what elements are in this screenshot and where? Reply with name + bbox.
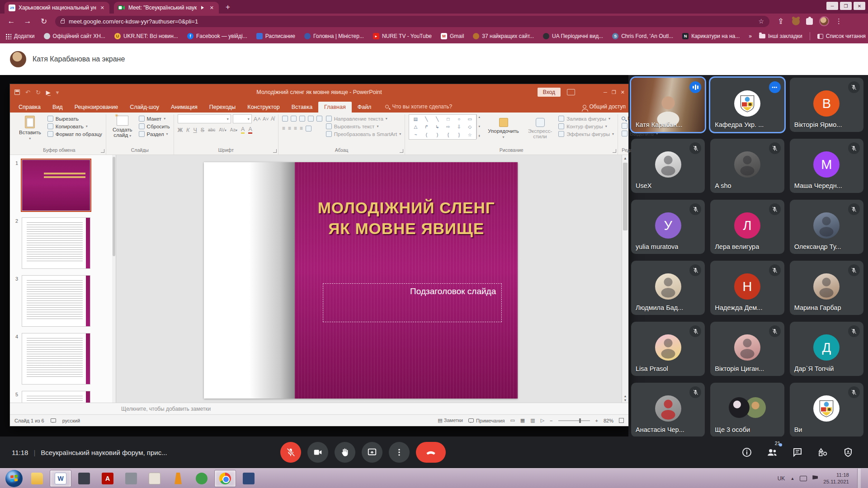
ribbon-tab-Рецензирование[interactable]: Рецензирование	[69, 102, 124, 113]
underline-button[interactable]: Ч	[193, 127, 197, 133]
window-restore-button[interactable]: ❐	[840, 2, 852, 10]
bookmark-item[interactable]: 37 найкращих сайт...	[473, 33, 534, 39]
participant-tile[interactable]: Катя Карабан...	[631, 78, 705, 132]
zoom-in-button[interactable]: +	[595, 418, 598, 423]
reset-button[interactable]: Сбросить	[139, 123, 170, 129]
slide-subtitle-placeholder[interactable]: Подзаголовок слайда	[323, 283, 502, 322]
dialog-launcher-icon[interactable]	[400, 149, 403, 153]
justify-icon[interactable]: ≡	[300, 125, 303, 131]
new-slide-button[interactable]: Создатьслайд ▾	[110, 114, 135, 139]
meeting-details-button[interactable]	[741, 446, 753, 459]
ribbon-tab-Переходы[interactable]: Переходы	[203, 102, 242, 113]
character-spacing-button[interactable]: AV▾	[219, 127, 226, 132]
slide-thumbnail-row[interactable]: 1	[13, 160, 113, 211]
window-close-button[interactable]: ✕	[854, 2, 865, 10]
slide-thumbnail-panel[interactable]: 12345	[10, 155, 116, 403]
undo-icon[interactable]: ↶	[25, 89, 30, 96]
bookmark-item[interactable]: ▸NURE TV - YouTube	[373, 33, 432, 39]
ribbon-tab-Анимация[interactable]: Анимация	[165, 102, 203, 113]
tab-close-icon[interactable]: ✕	[209, 5, 215, 11]
change-case-button[interactable]: Aa▾	[230, 127, 237, 132]
bookmark-item[interactable]: fFacebook — увійді...	[187, 33, 247, 39]
normal-view-icon[interactable]: ▭	[510, 418, 514, 423]
shape-icon[interactable]: }	[458, 132, 460, 137]
bookmark-item[interactable]: Головна | Міністер...	[304, 33, 364, 39]
extension-bear-icon[interactable]	[792, 18, 800, 25]
participant-tile[interactable]: UseX	[631, 139, 705, 193]
taskbar-app-acrobat[interactable]: A	[97, 470, 118, 487]
participant-tile[interactable]: Уyulia muratova	[631, 200, 705, 254]
dialog-launcher-icon[interactable]	[273, 149, 277, 153]
ppt-restore-button[interactable]: ❐	[612, 89, 616, 95]
fit-slide-icon[interactable]	[619, 418, 624, 423]
language-indicator[interactable]: UK	[778, 475, 785, 482]
tell-me-search[interactable]: Что вы хотите сделать?	[385, 103, 452, 113]
bookmark-item[interactable]: UUKR.NET: Всі новин...	[114, 33, 178, 39]
zoom-slider[interactable]	[558, 420, 590, 421]
paste-button[interactable]: Вставить ▾	[16, 114, 44, 142]
slide-sorter-view-icon[interactable]: ▦	[520, 418, 525, 423]
copy-button[interactable]: Копировать▾	[47, 123, 102, 129]
back-icon[interactable]: ←	[6, 17, 16, 26]
participant-tile[interactable]: Вікторія Циган...	[710, 322, 784, 376]
other-bookmarks-button[interactable]: Інші закладки	[759, 33, 802, 39]
cut-button[interactable]: Вырезать	[47, 116, 102, 122]
highlight-color-button[interactable]: А	[241, 127, 245, 134]
shape-icon[interactable]: )	[437, 132, 438, 137]
layout-button[interactable]: Макет▾	[139, 116, 170, 122]
language-indicator[interactable]: русский	[62, 418, 80, 423]
bookmark-item[interactable]: NКарикатури на на...	[682, 33, 740, 39]
thumbnail-scrollbar[interactable]	[112, 155, 116, 403]
decrease-indent-icon[interactable]	[299, 116, 305, 122]
bold-button[interactable]: Ж	[178, 127, 183, 133]
more-options-button[interactable]	[389, 442, 410, 463]
reload-icon[interactable]: ↻	[39, 17, 49, 26]
taskbar-app-explorer[interactable]	[26, 470, 48, 487]
comments-toggle[interactable]: Примечания	[468, 418, 505, 423]
leave-call-button[interactable]	[416, 442, 446, 463]
participant-tile[interactable]: ММаша Чередн...	[790, 139, 863, 193]
taskbar-app-app-light[interactable]	[144, 470, 165, 487]
address-bar[interactable]: meet.google.com/erc-kdsw-yyr?authuser=0&…	[55, 16, 769, 27]
canvas-scrollbar[interactable]: ▲ ▲ ▼	[622, 155, 628, 403]
dialog-launcher-icon[interactable]	[613, 149, 616, 153]
reading-view-icon[interactable]: ▥	[530, 418, 535, 423]
shape-icon[interactable]: ╲	[436, 117, 439, 122]
slide-thumbnail[interactable]	[22, 160, 90, 211]
start-slideshow-icon[interactable]: ▶̲	[46, 89, 51, 96]
show-desktop-button[interactable]	[857, 469, 861, 488]
scroll-up-icon[interactable]: ▲	[622, 155, 628, 162]
quick-styles-button[interactable]: Экспресс-стили	[525, 114, 555, 141]
taskbar-app-vlc[interactable]	[167, 470, 189, 487]
shape-icon[interactable]: ☆	[468, 132, 472, 137]
shape-icon[interactable]: {	[448, 132, 449, 137]
raise-hand-button[interactable]	[335, 442, 355, 463]
share-button[interactable]: Общий доступ	[583, 103, 626, 113]
bookmark-item[interactable]: UA Періодичні вид...	[543, 33, 603, 39]
participant-tile[interactable]: Ще 3 особи	[710, 383, 784, 437]
ribbon-tab-Вид[interactable]: Вид	[47, 102, 69, 113]
shapes-gallery[interactable]: ▤╲╲□○▭△↱↳⇨⇩◇~(){}☆	[409, 114, 476, 140]
shape-icon[interactable]: ↳	[435, 124, 439, 129]
cast-icon[interactable]: ⇪	[776, 17, 786, 26]
ppt-minimize-button[interactable]: ─	[604, 89, 607, 95]
shape-fill-button[interactable]: Заливка фигуры▾	[558, 116, 614, 122]
extensions-puzzle-icon[interactable]	[806, 18, 813, 25]
slide-thumbnail[interactable]	[22, 217, 90, 269]
previous-slide-button[interactable]: ▲	[622, 394, 628, 398]
save-icon[interactable]	[14, 89, 20, 95]
taskbar-app-paint[interactable]	[238, 470, 259, 487]
participant-tile[interactable]: Марина Гарбар	[790, 261, 863, 315]
reading-list-button[interactable]: Список читання	[817, 33, 866, 39]
browser-menu-icon[interactable]: ⋮	[835, 17, 842, 25]
font-size-combo[interactable]: ▾	[233, 114, 252, 123]
shape-icon[interactable]: ⇨	[446, 124, 450, 129]
bookmark-item[interactable]: Додатки	[5, 33, 35, 39]
present-button[interactable]	[362, 442, 382, 463]
zoom-level[interactable]: 82%	[604, 418, 613, 423]
shapes-gallery-scrollbar[interactable]: ▴▾⇟	[476, 114, 481, 139]
tile-menu-button[interactable]: ⋯	[769, 81, 781, 93]
abc-button[interactable]: abc	[208, 127, 215, 132]
participant-tile[interactable]: Кафедра Укр. ...⋯	[710, 78, 784, 132]
activities-button[interactable]	[816, 446, 829, 459]
